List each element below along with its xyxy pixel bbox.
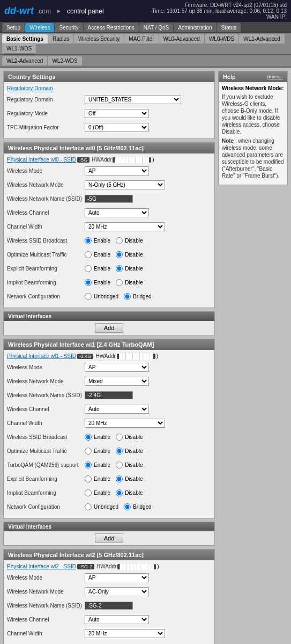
help-more-link[interactable]: more...: [267, 74, 283, 79]
wl1-implicit-beam-enable[interactable]: Enable: [85, 489, 110, 496]
subnav-wl1-wds[interactable]: WL1-WDS: [2, 44, 36, 53]
wl0-ssid-input[interactable]: [85, 195, 133, 203]
wl1-virtual-body: Add: [4, 531, 214, 545]
wl1-add-button[interactable]: Add: [95, 533, 124, 543]
wl0-add-button[interactable]: Add: [95, 323, 124, 333]
firmware-info: Firmware: DD-WRT v24-sp2 (07/01/15) std: [152, 2, 287, 8]
wl1-channel-select[interactable]: Auto: [85, 405, 149, 414]
wl0-netconfig-unbridged[interactable]: Unbridged: [85, 293, 118, 300]
wl0-width-select[interactable]: 20 MHz: [85, 222, 165, 231]
help-panel: Help more... Wireless Network Mode: If y…: [218, 71, 288, 185]
wl1-explicit-beam-disable[interactable]: Disable: [116, 475, 143, 482]
wl1-turboqam-enable[interactable]: Enable: [85, 462, 110, 469]
wl0-network-mode-control: N-Only (5 GHz): [85, 180, 211, 189]
wl2-mode-select[interactable]: AP: [85, 573, 149, 582]
help-heading: Wireless Network Mode:: [222, 85, 284, 91]
wl2-width-select[interactable]: 20 MHz: [85, 629, 165, 638]
wl1-network-mode-select[interactable]: Mixed: [85, 377, 149, 386]
left-panel: Country Settings Regulatory Domain Regul…: [3, 71, 215, 644]
logo-separator: ►: [56, 8, 62, 14]
wan-ip: WAN IP:: [152, 14, 287, 20]
wl2-channel-select[interactable]: Auto: [85, 615, 149, 624]
subnav-basic-settings[interactable]: Basic Settings: [2, 34, 48, 43]
subnav-mac-filter[interactable]: MAC Filter: [124, 34, 158, 43]
wl1-ssid-broadcast-disable[interactable]: Disable: [116, 434, 143, 441]
wl0-iface-header: Physical Interface wl0 - SSID -5G HWAddr…: [7, 157, 211, 163]
wl1-multicast-enable[interactable]: Enable: [85, 448, 110, 455]
wl1-turboqam-label: TurboQAM (QAM256) support: [7, 462, 85, 468]
subnav-wireless-security[interactable]: Wireless Security: [74, 34, 124, 43]
logo-com: .com: [37, 8, 51, 15]
wl0-channel-control: Auto: [85, 208, 211, 217]
wl2-network-mode-select[interactable]: AC-Only: [85, 587, 149, 596]
wl1-header: Wireless Physical Interface wl1 [2.4 GHz…: [4, 339, 214, 350]
wl1-ssid-broadcast-enable[interactable]: Enable: [85, 434, 110, 441]
wl1-mode-select[interactable]: AP: [85, 363, 149, 372]
wl0-multicast-enable[interactable]: Enable: [85, 251, 110, 258]
help-note-label: Note: [222, 138, 234, 144]
wl1-multicast-label: Optimize Multicast Traffic: [7, 448, 85, 454]
wl0-explicit-beam-label: Explicit Beamforming: [7, 266, 85, 272]
nav-nat-qos[interactable]: NAT / QoS: [139, 23, 173, 32]
tpc-select[interactable]: 0 (Off): [85, 123, 149, 132]
nav-setup[interactable]: Setup: [2, 23, 25, 32]
nav-administration[interactable]: Administration: [174, 23, 216, 32]
nav-wireless[interactable]: Wireless: [25, 23, 54, 32]
sub-nav: Basic Settings Radius Wireless Security …: [0, 33, 291, 55]
wl1-implicit-beam-disable[interactable]: Disable: [116, 489, 143, 496]
nav-security[interactable]: Security: [55, 23, 83, 32]
wl0-explicit-beam-disable[interactable]: Disable: [116, 265, 143, 272]
wl1-iface-link[interactable]: Physical Interface wl1 - SSID: [7, 353, 76, 359]
wl1-multicast-row: Optimize Multicast Traffic Enable Disabl…: [7, 445, 211, 457]
wl1-section: Wireless Physical Interface wl1 [2.4 GHz…: [3, 339, 215, 518]
wl0-implicit-beam-disable[interactable]: Disable: [116, 279, 143, 286]
wl1-virtual-header: Virtual Interfaces: [4, 522, 214, 531]
wl0-ssid-label: Wireless Network Name (SSID): [7, 196, 85, 202]
wl1-network-mode-control: Mixed: [85, 377, 211, 386]
wl1-turboqam-disable[interactable]: Disable: [116, 462, 143, 469]
wl1-width-select[interactable]: 20 MHz: [85, 419, 165, 428]
wl0-netconfig-bridged[interactable]: Bridged: [124, 293, 151, 300]
wl1-netconfig-bridged[interactable]: Bridged: [124, 503, 151, 510]
country-settings-header: Country Settings: [4, 71, 214, 82]
sub-nav-2: WL2-Advanced WL2-WDS: [0, 55, 291, 68]
wl0-network-mode-select[interactable]: N-Only (5 GHz): [85, 180, 165, 189]
regulatory-domain-link[interactable]: Regulatory Domain: [7, 85, 211, 91]
wl0-explicit-beam-enable[interactable]: Enable: [85, 265, 110, 272]
wl1-width-row: Channel Width 20 MHz: [7, 417, 211, 429]
wl0-iface-link[interactable]: Physical Interface wl0 - SSID: [7, 157, 76, 163]
wl1-ssid-broadcast-label: Wireless SSID Broadcast: [7, 434, 85, 440]
wl2-ssid-input[interactable]: [85, 602, 133, 610]
wl0-ssid-broadcast-disable[interactable]: Disable: [116, 237, 143, 244]
wl0-netconfig-row: Network Configuration Unbridged Bridged: [7, 290, 211, 302]
header-info: Firmware: DD-WRT v24-sp2 (07/01/15) std …: [152, 2, 287, 20]
wl1-width-label: Channel Width: [7, 420, 85, 426]
regulatory-domain-select[interactable]: UNITED_STATES: [85, 95, 181, 104]
wl2-header: Wireless Physical Interface wl2 [5 GHz/8…: [4, 550, 214, 560]
subnav-wl2-wds[interactable]: WL2-WDS: [48, 56, 81, 65]
wl2-width-control: 20 MHz: [85, 629, 211, 638]
nav-status[interactable]: Status: [217, 23, 241, 32]
subnav-wl1-advanced[interactable]: WL1-Advanced: [239, 34, 284, 43]
subnav-wl0-wds[interactable]: WL0-WDS: [205, 34, 238, 43]
wl1-netconfig-row: Network Configuration Unbridged Bridged: [7, 501, 211, 513]
wl2-iface-header: Physical Interface wl2 - SSID -SG-2 HWAd…: [7, 564, 211, 569]
wl1-ssid-input[interactable]: [85, 391, 133, 399]
wl0-multicast-disable[interactable]: Disable: [116, 251, 143, 258]
subnav-radius[interactable]: Radius: [48, 34, 73, 43]
wl0-channel-select[interactable]: Auto: [85, 208, 149, 217]
subnav-wl0-advanced[interactable]: WL0-Advanced: [159, 34, 204, 43]
wl1-netconfig-unbridged[interactable]: Unbridged: [85, 503, 118, 510]
wl2-iface-link[interactable]: Physical Interface wl2 - SSID: [7, 564, 76, 569]
wl1-explicit-beam-enable[interactable]: Enable: [85, 475, 110, 482]
wl0-mode-select[interactable]: AP: [85, 166, 149, 175]
regulatory-mode-select[interactable]: Off: [85, 109, 149, 118]
wl2-mode-row: Wireless Mode AP: [7, 572, 211, 583]
wl0-implicit-beam-enable[interactable]: Enable: [85, 279, 110, 286]
subnav-wl2-advanced[interactable]: WL2-Advanced: [2, 56, 47, 65]
tpc-control: 0 (Off): [85, 123, 211, 132]
wl1-multicast-disable[interactable]: Disable: [116, 448, 143, 455]
wl0-ssid-broadcast-enable[interactable]: Enable: [85, 237, 110, 244]
nav-access-restrictions[interactable]: Access Restrictions: [84, 23, 139, 32]
wl1-ssid-label: Wireless Network Name (SSID): [7, 392, 85, 398]
